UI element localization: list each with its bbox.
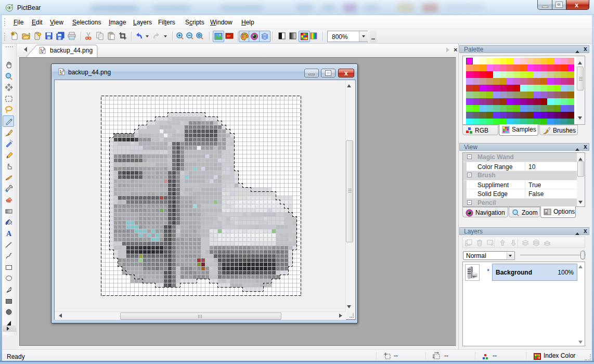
svg-text:A: A	[6, 230, 12, 238]
svg-text:a: a	[545, 211, 547, 214]
